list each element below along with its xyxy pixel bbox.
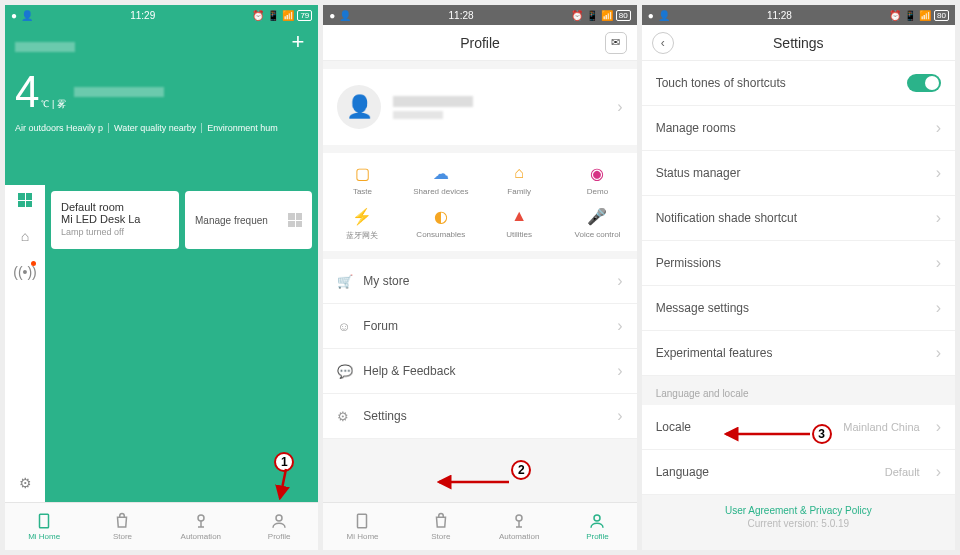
status-bar: ●👤 11:29 ⏰📱📶79 [5, 5, 318, 25]
menu-item-forum[interactable]: ☺Forum› [323, 304, 636, 349]
nav-automation[interactable]: Automation [162, 503, 240, 550]
setting-message-settings[interactable]: Message settings› [642, 286, 955, 331]
status-bar: ●👤 11:28 ⏰📱📶80 [642, 5, 955, 25]
nav-home[interactable]: Mi Home [5, 503, 83, 550]
grid-item-demo[interactable]: ◉Demo [558, 163, 636, 196]
grid-item-voice-control[interactable]: 🎤Voice control [558, 206, 636, 241]
nav-profile[interactable]: Profile [240, 503, 318, 550]
menu-item-settings[interactable]: ⚙Settings› [323, 394, 636, 439]
add-icon[interactable]: + [291, 29, 304, 55]
menu-item-help-feedback[interactable]: 💬Help & Feedback› [323, 349, 636, 394]
screen-settings: ●👤 11:28 ⏰📱📶80 ‹ Settings Touch tones of… [642, 5, 955, 550]
setting-locale[interactable]: LocaleMainland China› [642, 405, 955, 450]
svg-point-5 [516, 515, 522, 521]
setting-touch-tones-of-shortcuts[interactable]: Touch tones of shortcuts [642, 61, 955, 106]
grid-item-family[interactable]: ⌂Family [480, 163, 558, 196]
header: ‹ Settings [642, 25, 955, 61]
signal-icon[interactable]: ((•)) [16, 263, 34, 281]
chevron-right-icon: › [617, 98, 622, 116]
svg-point-6 [594, 515, 600, 521]
setting-experimental-features[interactable]: Experimental features› [642, 331, 955, 376]
mail-icon[interactable]: ✉ [605, 32, 627, 54]
page-title: Settings [773, 35, 824, 51]
bottom-nav: Mi Home Store Automation Profile [323, 502, 636, 550]
status-bar: ●👤 11:28 ⏰📱📶80 [323, 5, 636, 25]
weather-header: + 4 ℃ | 雾 Air outdoors Heavily pWater qu… [5, 25, 318, 185]
nav-home[interactable]: Mi Home [323, 503, 401, 550]
screen-profile: ●👤 11:28 ⏰📱📶80 Profile ✉ 👤 › ▢Taste☁Shar… [323, 5, 636, 550]
svg-rect-4 [358, 514, 367, 528]
header: Profile ✉ [323, 25, 636, 61]
toggle-switch[interactable] [907, 74, 941, 92]
menu-item-my-store[interactable]: 🛒My store› [323, 259, 636, 304]
avatar: 👤 [337, 85, 381, 129]
manage-card[interactable]: Manage frequen [185, 191, 312, 249]
temperature: 4 ℃ | 雾 [15, 67, 308, 117]
setting-manage-rooms[interactable]: Manage rooms› [642, 106, 955, 151]
svg-rect-0 [40, 514, 49, 528]
nav-store[interactable]: Store [83, 503, 161, 550]
home-icon[interactable]: ⌂ [16, 227, 34, 245]
back-button[interactable]: ‹ [652, 32, 674, 54]
version-text: Current version: 5.0.19 [652, 518, 945, 529]
grid-item-utilities[interactable]: ▲Utilities [480, 206, 558, 241]
page-title: Profile [460, 35, 500, 51]
side-rail: ⌂ ((•)) ⚙ [5, 185, 45, 502]
grid-item-shared-devices[interactable]: ☁Shared devices [402, 163, 480, 196]
nav-store[interactable]: Store [402, 503, 480, 550]
policy-link[interactable]: User Agreement & Privacy Policy [652, 505, 945, 516]
setting-language[interactable]: LanguageDefault› [642, 450, 955, 495]
setting-permissions[interactable]: Permissions› [642, 241, 955, 286]
user-row[interactable]: 👤 › [323, 69, 636, 145]
grid-item-taste[interactable]: ▢Taste [323, 163, 401, 196]
grid-icon[interactable] [16, 191, 34, 209]
nav-profile[interactable]: Profile [558, 503, 636, 550]
setting-status-manager[interactable]: Status manager› [642, 151, 955, 196]
nav-automation[interactable]: Automation [480, 503, 558, 550]
svg-point-2 [276, 515, 282, 521]
footer: User Agreement & Privacy Policy Current … [642, 495, 955, 539]
bottom-nav: Mi Home Store Automation Profile [5, 502, 318, 550]
setting-notification-shade-shortcut[interactable]: Notification shade shortcut› [642, 196, 955, 241]
grid-item-consumables[interactable]: ◐Consumables [402, 206, 480, 241]
svg-point-1 [198, 515, 204, 521]
feature-grid: ▢Taste☁Shared devices⌂Family◉Demo⚡蓝牙网关◐C… [323, 153, 636, 251]
grid-item-蓝牙网关[interactable]: ⚡蓝牙网关 [323, 206, 401, 241]
gear-icon[interactable]: ⚙ [16, 474, 34, 492]
device-card[interactable]: Default room Mi LED Desk La Lamp turned … [51, 191, 179, 249]
section-header: Language and locale [642, 376, 955, 405]
screen-home: ●👤 11:29 ⏰📱📶79 + 4 ℃ | 雾 Air outdoors He… [5, 5, 318, 550]
